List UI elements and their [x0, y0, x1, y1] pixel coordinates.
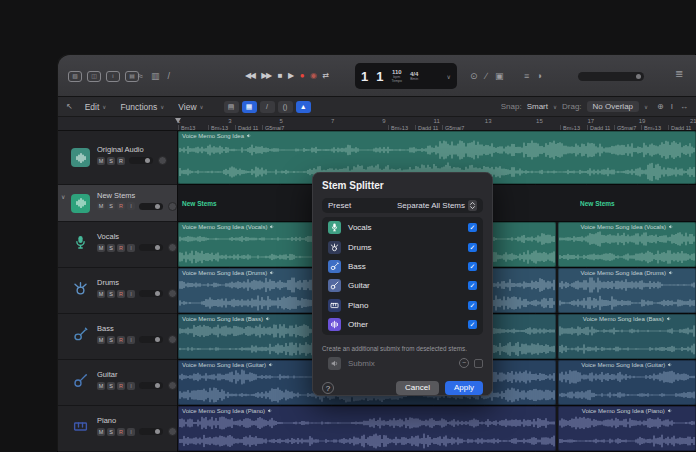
record-enable-button[interactable]: R: [117, 428, 125, 436]
volume-slider[interactable]: [139, 290, 163, 297]
stem-checkbox-bass[interactable]: ✓: [468, 262, 477, 271]
regions-view-icon[interactable]: ▦: [242, 101, 257, 113]
solo-button[interactable]: S: [107, 157, 115, 165]
menu-functions[interactable]: Functions∨: [120, 102, 164, 112]
list-view-icon[interactable]: ≣: [675, 69, 683, 79]
help-button[interactable]: ?: [322, 382, 334, 394]
stem-checkbox-other[interactable]: ✓: [468, 320, 477, 329]
pan-knob[interactable]: [168, 335, 177, 344]
mixer-icon[interactable]: ▥: [151, 72, 160, 81]
drag-select[interactable]: No Overlap: [587, 101, 639, 112]
mute-button[interactable]: M: [97, 336, 105, 344]
pan-knob[interactable]: [168, 243, 177, 252]
pan-knob[interactable]: [168, 427, 177, 436]
smart-controls-icon[interactable]: ≈: [138, 72, 143, 81]
record-enable-button[interactable]: R: [117, 336, 125, 344]
track-header-drums[interactable]: DrumsMSRI: [58, 268, 177, 314]
text-cursor-icon[interactable]: I: [671, 102, 673, 111]
play-button[interactable]: ▶: [288, 72, 293, 80]
track-header-original-audio[interactable]: Original AudioMSR: [58, 131, 177, 185]
pan-knob[interactable]: [158, 156, 167, 165]
stop-button[interactable]: ■: [278, 72, 281, 80]
master-volume-slider[interactable]: [578, 72, 644, 81]
input-monitor-button[interactable]: I: [127, 336, 135, 344]
replace-icon[interactable]: ▣: [495, 72, 504, 81]
record-enable-button[interactable]: R: [117, 157, 125, 165]
solo-button[interactable]: S: [107, 428, 115, 436]
solo-button[interactable]: S: [107, 244, 115, 252]
arrangement-marker-label[interactable]: New Stems: [182, 200, 217, 207]
solo-button[interactable]: S: [107, 336, 115, 344]
mute-button[interactable]: M: [97, 202, 105, 210]
arrangement-marker-label[interactable]: New Stems: [580, 200, 615, 207]
library-icon[interactable]: ▧: [68, 71, 82, 82]
h-zoom-icon[interactable]: ↔: [680, 102, 688, 111]
forward-button[interactable]: ▶▶: [261, 72, 270, 80]
pan-knob[interactable]: [168, 289, 177, 298]
catch-playhead-icon[interactable]: ▲: [296, 101, 311, 113]
loop-brackets-icon[interactable]: (): [278, 101, 293, 113]
input-monitor-button[interactable]: I: [127, 290, 135, 298]
stem-checkbox-guitar[interactable]: ✓: [468, 281, 477, 290]
region-vocals[interactable]: Voice Memo Song Idea (Vocals): [558, 222, 696, 267]
track-header-new-stems[interactable]: ∨New StemsMSRI: [58, 185, 177, 222]
stem-checkbox-piano[interactable]: ✓: [468, 301, 477, 310]
crossfade-icon[interactable]: /: [260, 101, 275, 113]
collaborate-icon[interactable]: ◗: [537, 72, 542, 81]
track-header-bass[interactable]: BassMSRI: [58, 314, 177, 360]
track-header-piano[interactable]: PianoMSRI: [58, 406, 177, 452]
stepper-updown-icon[interactable]: [468, 200, 477, 211]
disclosure-chevron-icon[interactable]: ∨: [61, 193, 65, 200]
grid-view-icon[interactable]: ▤: [224, 101, 239, 113]
input-monitor-button[interactable]: I: [127, 244, 135, 252]
region-piano[interactable]: Voice Memo Song Idea (Piano): [178, 406, 556, 451]
input-monitor-button[interactable]: I: [127, 428, 135, 436]
mute-button[interactable]: M: [97, 428, 105, 436]
stem-checkbox-drums[interactable]: ✓: [468, 243, 477, 252]
record-enable-button[interactable]: R: [117, 202, 125, 210]
track-header-guitar[interactable]: GuitarMSRI: [58, 360, 177, 406]
input-monitor-button[interactable]: I: [127, 382, 135, 390]
stem-checkbox-vocals[interactable]: ✓: [468, 223, 477, 232]
pan-knob[interactable]: [168, 202, 177, 211]
menu-view[interactable]: View∨: [178, 102, 203, 112]
record-enable-button[interactable]: R: [117, 382, 125, 390]
solo-button[interactable]: S: [107, 382, 115, 390]
cancel-button[interactable]: Cancel: [396, 381, 439, 395]
record-enable-button[interactable]: R: [117, 244, 125, 252]
input-monitor-button[interactable]: I: [127, 202, 135, 210]
region-guitar[interactable]: Voice Memo Song Idea (Guitar): [558, 360, 696, 405]
volume-slider[interactable]: [139, 428, 163, 435]
preset-select[interactable]: Separate All Stems: [397, 200, 477, 211]
record-enable-button[interactable]: R: [117, 290, 125, 298]
region-drums[interactable]: Voice Memo Song Idea (Drums): [558, 268, 696, 313]
snap-select[interactable]: Smart: [527, 102, 548, 111]
mute-button[interactable]: M: [97, 244, 105, 252]
tuner-icon[interactable]: ∕: [486, 72, 488, 81]
metronome-icon[interactable]: ⊙: [470, 72, 478, 81]
solo-button[interactable]: S: [107, 202, 115, 210]
alignment-guides-icon[interactable]: ⊕: [657, 102, 664, 111]
mute-button[interactable]: M: [97, 157, 105, 165]
mute-button[interactable]: M: [97, 382, 105, 390]
bar-ruler[interactable]: 13579111315171921 Bm13Bm♭13Dadd 11G5maj7…: [58, 117, 696, 131]
submix-checkbox[interactable]: [474, 359, 483, 368]
cpu-meter-icon[interactable]: ≡: [524, 72, 529, 81]
toolbar-icon[interactable]: ▤: [125, 71, 139, 82]
volume-slider[interactable]: [139, 244, 163, 251]
region-bass[interactable]: Voice Memo Song Idea (Bass): [558, 314, 696, 359]
remove-submix-icon[interactable]: −: [459, 358, 469, 368]
inspector-icon[interactable]: ◫: [87, 71, 101, 82]
quick-help-icon[interactable]: i: [106, 71, 120, 82]
editors-icon[interactable]: /: [167, 72, 170, 81]
lcd-chevron-icon[interactable]: ∨: [447, 73, 451, 80]
record-button[interactable]: ●: [300, 72, 303, 80]
mute-button[interactable]: M: [97, 290, 105, 298]
pointer-tool-icon[interactable]: ↖: [66, 102, 73, 111]
menu-edit[interactable]: Edit∨: [85, 102, 107, 112]
track-header-vocals[interactable]: VocalsMSRI: [58, 222, 177, 268]
volume-slider[interactable]: [139, 382, 163, 389]
volume-slider[interactable]: [129, 157, 153, 164]
solo-button[interactable]: S: [107, 290, 115, 298]
volume-slider[interactable]: [139, 336, 163, 343]
